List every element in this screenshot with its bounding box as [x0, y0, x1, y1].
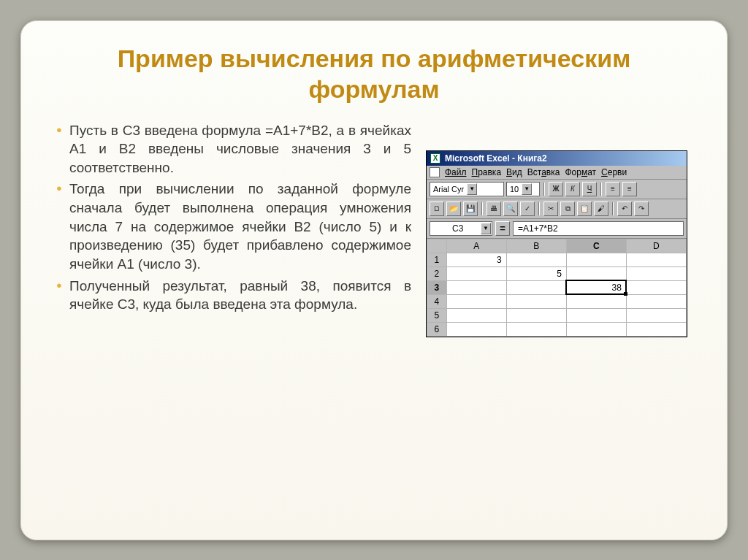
- menubar: Файл Правка Вид Вставка Формат Серви: [427, 166, 687, 180]
- spreadsheet-grid: A B C D 1 3 2: [427, 239, 687, 337]
- standard-toolbar: 🗋 📂 💾 🖶 🔍 ✓ ✂ ⧉ 📋 🖌 ↶ ↷: [427, 199, 687, 219]
- excel-window: X Microsoft Excel - Книга2 Файл Правка В…: [426, 150, 687, 337]
- menu-format[interactable]: Формат: [565, 167, 596, 177]
- font-name-combo[interactable]: Arial Cyr ▼: [430, 182, 504, 196]
- col-header-d[interactable]: D: [626, 239, 686, 253]
- menu-insert[interactable]: Вставка: [527, 167, 560, 177]
- name-box[interactable]: C3 ▼: [430, 221, 492, 236]
- slide-title: Пример вычисления по арифметическим форм…: [53, 43, 695, 105]
- cell-b3[interactable]: [506, 280, 566, 294]
- chevron-down-icon: ▼: [467, 183, 477, 195]
- cell-d4[interactable]: [626, 294, 686, 308]
- separator: [538, 202, 540, 215]
- save-button[interactable]: 💾: [463, 202, 478, 216]
- excel-column: X Microsoft Excel - Книга2 Файл Правка В…: [426, 121, 695, 337]
- formula-bar: C3 ▼ = =A1+7*B2: [427, 219, 687, 239]
- paste-button[interactable]: 📋: [577, 202, 592, 216]
- cell-a5[interactable]: [446, 308, 506, 322]
- bold-button[interactable]: Ж: [549, 182, 563, 196]
- cell-a4[interactable]: [446, 294, 506, 308]
- bullet-item: Тогда при вычислении по заданной формуле…: [53, 180, 411, 273]
- redo-button[interactable]: ↷: [634, 202, 649, 216]
- separator: [600, 183, 602, 196]
- row-header-3[interactable]: 3: [427, 280, 447, 294]
- spell-button[interactable]: ✓: [520, 202, 535, 216]
- cell-d3[interactable]: [626, 280, 686, 294]
- font-size-value: 10: [510, 185, 519, 193]
- cell-c4[interactable]: [566, 294, 626, 308]
- cell-a6[interactable]: [446, 322, 506, 336]
- open-button[interactable]: 📂: [446, 202, 461, 216]
- chevron-down-icon: ▼: [522, 183, 532, 195]
- text-column: Пусть в C3 введена формула =A1+7*B2, а в…: [53, 121, 411, 337]
- cell-d1[interactable]: [626, 253, 686, 266]
- window-title: Microsoft Excel - Книга2: [445, 153, 547, 164]
- cell-b6[interactable]: [506, 322, 566, 336]
- format-painter-button[interactable]: 🖌: [594, 202, 608, 216]
- cell-d5[interactable]: [626, 308, 686, 322]
- row-header-5[interactable]: 5: [427, 308, 447, 322]
- font-size-combo[interactable]: 10 ▼: [506, 182, 540, 196]
- titlebar: X Microsoft Excel - Книга2: [427, 151, 687, 166]
- cell-b5[interactable]: [506, 308, 566, 322]
- print-button[interactable]: 🖶: [486, 202, 501, 216]
- cell-c2[interactable]: [566, 266, 626, 280]
- bullet-item: Пусть в C3 введена формула =A1+7*B2, а в…: [53, 121, 411, 177]
- formatting-toolbar: Arial Cyr ▼ 10 ▼ Ж К Ч ≡ ≡: [427, 180, 687, 199]
- cell-b1[interactable]: [506, 253, 566, 266]
- menu-edit[interactable]: Правка: [472, 167, 502, 177]
- row-header-1[interactable]: 1: [427, 253, 447, 266]
- cell-a3[interactable]: [446, 280, 506, 294]
- cell-a1[interactable]: 3: [446, 253, 506, 266]
- new-button[interactable]: 🗋: [430, 202, 444, 216]
- italic-button[interactable]: К: [565, 182, 580, 196]
- cell-c6[interactable]: [566, 322, 626, 336]
- align-center-button[interactable]: ≡: [622, 182, 637, 196]
- menu-service[interactable]: Серви: [601, 167, 627, 177]
- menu-view[interactable]: Вид: [506, 167, 522, 177]
- row-header-4[interactable]: 4: [427, 294, 447, 308]
- name-box-value: C3: [452, 223, 463, 234]
- underline-button[interactable]: Ч: [582, 182, 597, 196]
- bullet-item: Полученный результат, равный 38, появитс…: [53, 277, 411, 314]
- col-header-b[interactable]: B: [506, 239, 566, 253]
- equals-button[interactable]: =: [495, 221, 510, 236]
- separator: [481, 202, 483, 215]
- cell-c3[interactable]: 38: [566, 280, 626, 294]
- copy-button[interactable]: ⧉: [560, 202, 575, 216]
- formula-input[interactable]: =A1+7*B2: [513, 221, 684, 236]
- cell-d6[interactable]: [626, 322, 686, 336]
- row-header-6[interactable]: 6: [427, 322, 447, 336]
- formula-value: =A1+7*B2: [518, 223, 558, 234]
- align-left-button[interactable]: ≡: [606, 182, 620, 196]
- bullet-list: Пусть в C3 введена формула =A1+7*B2, а в…: [53, 121, 411, 314]
- cell-d2[interactable]: [626, 266, 686, 280]
- cut-button[interactable]: ✂: [543, 202, 558, 216]
- separator: [543, 183, 545, 196]
- doc-icon: [430, 167, 440, 177]
- excel-logo-icon: X: [430, 153, 440, 164]
- col-header-c[interactable]: C: [566, 239, 626, 253]
- cell-c1[interactable]: [566, 253, 626, 266]
- menu-file[interactable]: Файл: [445, 167, 467, 177]
- select-all-corner[interactable]: [427, 239, 447, 253]
- undo-button[interactable]: ↶: [617, 202, 632, 216]
- separator: [612, 202, 614, 215]
- cell-c5[interactable]: [566, 308, 626, 322]
- row-header-2[interactable]: 2: [427, 266, 447, 280]
- font-name-value: Arial Cyr: [433, 185, 464, 193]
- preview-button[interactable]: 🔍: [503, 202, 518, 216]
- slide-body: Пусть в C3 введена формула =A1+7*B2, а в…: [53, 121, 695, 337]
- chevron-down-icon: ▼: [481, 223, 491, 234]
- cell-b2[interactable]: 5: [506, 266, 566, 280]
- cell-a2[interactable]: [446, 266, 506, 280]
- slide: Пример вычисления по арифметическим форм…: [20, 20, 728, 540]
- col-header-a[interactable]: A: [446, 239, 506, 253]
- cell-b4[interactable]: [506, 294, 566, 308]
